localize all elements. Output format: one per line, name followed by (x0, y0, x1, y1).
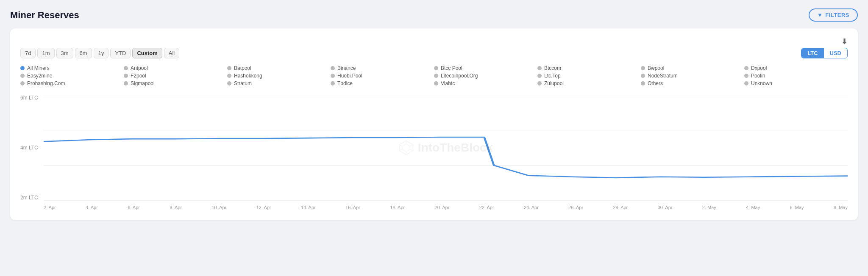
legend-item-easy2mine: Easy2mine (20, 73, 124, 79)
y-axis-labels: 6m LTC 4m LTC 2m LTC (20, 95, 44, 201)
filters-button[interactable]: ▼ FILTERS (809, 8, 858, 22)
chart-area: 6m LTC 4m LTC 2m LTC (20, 95, 848, 213)
legend-item-prohashing: Prohashing.Com (20, 80, 124, 86)
legend-dot-easy2mine (20, 74, 25, 78)
legend-dot-ltc-top (537, 74, 542, 78)
legend-dot-antpool (124, 66, 128, 70)
currency-btn-ltc[interactable]: LTC (801, 48, 823, 58)
legend-label-tbdice: Tbdice (337, 80, 353, 86)
time-btn-custom[interactable]: Custom (132, 48, 162, 58)
legend-item-ltc-top: Ltc.Top (537, 73, 641, 79)
x-label-9: 20. Apr (435, 205, 450, 210)
time-btn-6m[interactable]: 6m (75, 48, 92, 58)
main-card: ⬇ 7d 1m 3m 6m 1y YTD Custom All LTC USD … (10, 28, 858, 220)
legend-dot-hashokkong (227, 74, 231, 78)
x-label-10: 22. Apr (479, 205, 494, 210)
legend-label-huobi-pool: Huobi.Pool (337, 73, 362, 79)
legend-dot-others (641, 81, 645, 86)
x-label-17: 6. May (790, 205, 804, 210)
legend-label-easy2mine: Easy2mine (27, 73, 52, 79)
legend-dot-unknown (744, 81, 748, 86)
legend-item-btccom: Btccom (537, 65, 641, 71)
card-top: ⬇ (20, 37, 848, 46)
legend-item-nodestratum: NodeStratum (641, 73, 744, 79)
time-btn-all[interactable]: All (164, 48, 179, 58)
x-label-8: 18. Apr (390, 205, 405, 210)
legend-label-unknown: Unknown (751, 80, 772, 86)
legend-label-btccom: Btccom (544, 65, 561, 71)
legend-dot-dxpool (744, 66, 748, 70)
legend-label-prohashing: Prohashing.Com (27, 80, 65, 86)
line-chart-svg (44, 95, 848, 201)
legend-label-f2pool: F2pool (131, 73, 146, 79)
legend-item-others: Others (641, 80, 744, 86)
time-btn-ytd[interactable]: YTD (110, 48, 131, 58)
legend-label-hashokkong: Hashokkong (234, 73, 262, 79)
legend-label-all-miners: All Miners (27, 65, 50, 71)
download-icon[interactable]: ⬇ (841, 37, 848, 46)
legend-dot-batpool (227, 66, 231, 70)
legend-label-nodestratum: NodeStratum (648, 73, 678, 79)
legend-item-hashokkong: Hashokkong (227, 73, 331, 79)
legend-item-unknown: Unknown (744, 80, 848, 86)
legend-item-poolin: Poolin (744, 73, 848, 79)
time-btn-3m[interactable]: 3m (56, 48, 73, 58)
legend-item-bwpool: Bwpool (641, 65, 744, 71)
legend-label-poolin: Poolin (751, 73, 765, 79)
x-axis-labels: 2. Apr 4. Apr 6. Apr 8. Apr 10. Apr 12. … (44, 201, 848, 213)
legend-label-litecoinpool: Litecoinpool.Org (441, 73, 478, 79)
legend-dot-viabtc (434, 81, 438, 86)
legend-label-ltc-top: Ltc.Top (544, 73, 561, 79)
legend-dot-tbdice (331, 81, 335, 86)
legend-dot-sigmapool (124, 81, 128, 86)
time-btn-1y[interactable]: 1y (94, 48, 109, 58)
legend-dot-litecoinpool (434, 74, 438, 78)
legend-item-sigmapool: Sigmapool (124, 80, 227, 86)
legend-dot-all-miners (20, 66, 25, 70)
time-btn-7d[interactable]: 7d (20, 48, 36, 58)
y-label-6m: 6m LTC (20, 95, 44, 101)
legend-label-zulupool: Zulupool (544, 80, 564, 86)
x-label-12: 26. Apr (568, 205, 583, 210)
page-title: Miner Reserves (10, 10, 79, 21)
page: Miner Reserves ▼ FILTERS ⬇ 7d 1m 3m 6m 1… (0, 0, 868, 276)
legend-item-zulupool: Zulupool (537, 80, 641, 86)
legend-item-btcc-pool: Btcc Pool (434, 65, 537, 71)
y-label-4m: 4m LTC (20, 145, 44, 151)
legend-dot-btccom (537, 66, 542, 70)
legend-label-bwpool: Bwpool (648, 65, 664, 71)
legend-dot-bwpool (641, 66, 645, 70)
filters-label: FILTERS (825, 12, 849, 18)
legend-item-all-miners: All Miners (20, 65, 124, 71)
x-label-14: 30. Apr (658, 205, 673, 210)
legend-item-batpool: Batpool (227, 65, 331, 71)
legend-dot-stratum (227, 81, 231, 86)
filter-icon: ▼ (817, 12, 823, 18)
legend-label-others: Others (648, 80, 663, 86)
x-label-18: 8. May (834, 205, 848, 210)
x-label-13: 28. Apr (613, 205, 628, 210)
legend-item-dxpool: Dxpool (744, 65, 848, 71)
currency-btn-usd[interactable]: USD (824, 48, 847, 58)
legend-item-binance: Binance (331, 65, 434, 71)
currency-toggle: LTC USD (801, 48, 848, 58)
legend-item-tbdice: Tbdice (331, 80, 434, 86)
legend-label-stratum: Stratum (234, 80, 252, 86)
x-label-2: 6. Apr (128, 205, 140, 210)
legend-dot-huobi-pool (331, 74, 335, 78)
legend-label-viabtc: Viabtc (441, 80, 455, 86)
legend-label-sigmapool: Sigmapool (131, 80, 155, 86)
legend-dot-prohashing (20, 81, 25, 86)
legend-dot-zulupool (537, 81, 542, 86)
legend-label-btcc-pool: Btcc Pool (441, 65, 462, 71)
x-label-6: 14. Apr (301, 205, 316, 210)
legend-dot-btcc-pool (434, 66, 438, 70)
x-label-0: 2. Apr (44, 205, 56, 210)
legend-item-huobi-pool: Huobi.Pool (331, 73, 434, 79)
time-btn-1m[interactable]: 1m (37, 48, 54, 58)
x-label-3: 8. Apr (170, 205, 182, 210)
legend-label-dxpool: Dxpool (751, 65, 767, 71)
legend-label-antpool: Antpool (131, 65, 148, 71)
legend-item-viabtc: Viabtc (434, 80, 537, 86)
x-label-1: 4. Apr (86, 205, 98, 210)
